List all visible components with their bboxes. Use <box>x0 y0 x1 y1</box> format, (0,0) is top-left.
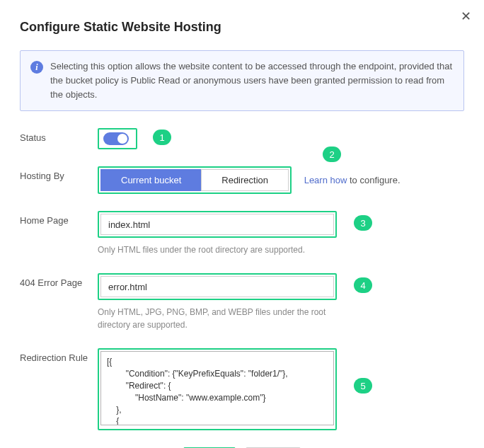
info-text: Selecting this option allows the website… <box>50 59 454 102</box>
dialog-title: Configure Static Website Hosting <box>20 20 464 35</box>
label-home-page: Home Page <box>20 211 98 226</box>
hosting-by-segment: Current bucket Redirection <box>100 169 289 191</box>
info-banner: i Selecting this option allows the websi… <box>20 50 464 111</box>
info-icon: i <box>30 61 43 74</box>
annotation-5: 5 <box>354 378 372 394</box>
label-redirection-rule: Redirection Rule <box>20 348 98 363</box>
error-page-helper: Only HTML, JPG, PNG, BMP, and WEBP files… <box>98 306 338 331</box>
home-page-input[interactable] <box>100 214 334 235</box>
learn-how-link[interactable]: Learn how <box>304 175 347 185</box>
redirection-rule-textarea[interactable] <box>100 351 334 425</box>
annotation-3: 3 <box>354 215 372 231</box>
status-toggle[interactable] <box>103 132 129 145</box>
home-page-helper: Only HTML files under the root directory… <box>98 243 464 256</box>
learn-how-suffix: to configure. <box>347 175 400 185</box>
annotation-4: 4 <box>354 277 372 293</box>
hosting-option-current-bucket[interactable]: Current bucket <box>100 169 201 191</box>
label-hosting-by: Hosting By <box>20 166 98 181</box>
error-page-input[interactable] <box>100 276 334 297</box>
annotation-2: 2 <box>323 147 341 162</box>
close-icon[interactable]: ✕ <box>461 10 471 23</box>
label-error-page: 404 Error Page <box>20 273 98 288</box>
label-status: Status <box>20 128 98 143</box>
hosting-option-redirection[interactable]: Redirection <box>201 169 289 191</box>
annotation-1: 1 <box>153 130 171 145</box>
